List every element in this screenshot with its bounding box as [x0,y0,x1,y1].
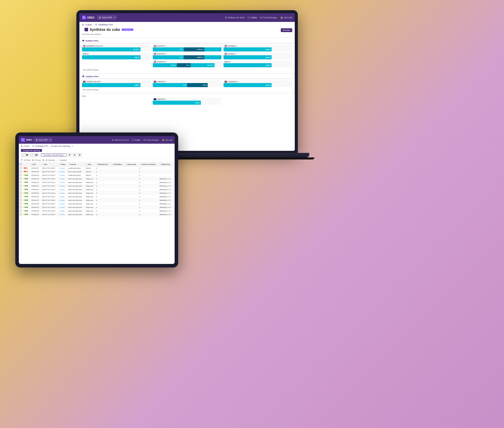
page-select[interactable]: - [21,153,29,157]
table-row[interactable]: › 201843142 2024-07-05 14:50:1 Complet a… [19,181,175,184]
breadcrumb-multiway[interactable]: MultiWay PSP [99,23,113,26]
eurbbo1-text: EURBBO-1 [228,45,237,47]
table-row[interactable]: › 201843127 2024-07-05 14:50:1 Complet a… [19,198,175,202]
row-check[interactable] [19,177,23,181]
tablet-suivi-dropdown[interactable]: 🖥 Suivi PSP ▼ [34,138,52,142]
row-expand[interactable]: › [30,185,31,187]
row-check[interactable] [19,198,23,202]
row-statut: Complet [58,166,67,170]
vues-btn[interactable]: ⊞ Vues [35,159,41,161]
row-icons [23,195,30,198]
tablet-nav: ⊞ Tableau de bord ⬡ Cubes ⚙ Paramètrages… [112,139,173,141]
row-expand[interactable]: › [30,182,31,183]
chevron-btn[interactable]: ▼ [73,153,77,157]
row-check[interactable] [19,173,23,177]
row-check[interactable] [19,181,23,184]
tablet-nav-cubes[interactable]: ⬡ Cubes [132,139,140,141]
tablet-bc-matching[interactable]: Groupes de matching [51,145,70,147]
table-row[interactable]: › 201843126 2024-07-05 14:50:1 Complet a… [19,202,175,206]
page-select2[interactable]: - [30,153,39,157]
row-check[interactable] [19,213,23,216]
row-regle: [MultiWay] n-1 P... [159,188,175,191]
row-expand[interactable]: › [30,196,31,197]
row-expand[interactable]: › [30,175,31,176]
col-ident-man: ↑↓ Ident (Man.) [111,162,125,166]
row-expand[interactable]: › [30,207,31,208]
settings-icon: ⚙ [260,16,262,19]
exporter-btn[interactable]: ↓ Exporter [59,159,67,161]
row-expand[interactable]: › [30,210,31,212]
row-expand[interactable]: › [30,214,31,215]
colonnes-btn[interactable]: ⊞ Colonnes [46,159,55,161]
row-icons [23,181,30,184]
tablet-nav-dashboard[interactable]: ⊞ Tableau de bord [112,139,129,141]
row-id: › 201843142 [30,181,41,184]
row-check[interactable] [19,202,23,206]
usdbo-row1: USDBO-CALIXYS 0,00 $ USDPSP-4 [82,80,292,87]
table-row[interactable]: › 201843141 2024-07-05 14:50:1 Complet a… [19,184,175,188]
tablet-bc-cubes[interactable]: Cubes [24,145,30,147]
tablet-bc-multiway[interactable]: MultiWay PSP [35,145,48,147]
filtres-btn[interactable]: ☰ Filtres [24,159,31,161]
tablet-sub-toolbar: - - Annulation (dematching) 2 ⚙ ▼ ⊞ [19,153,175,158]
row-id: › 201843124 [30,206,41,209]
tablet-monitor-icon: 🖥 [36,139,38,141]
table-row[interactable]: › 201843146 2024-07-05 16:29:1 Complet p… [19,170,175,173]
row-check[interactable] [19,195,23,198]
suivi-dropdown[interactable]: 🖥 Suivi PSP ▼ [97,16,117,20]
row-expand[interactable]: › [30,199,31,201]
row-date: 2024-07-05 14:50:1 [41,198,58,202]
settings-btn[interactable]: ⚙ [67,153,72,157]
table-row[interactable]: › 201843133 2024-07-05 14:50:1 Complet a… [19,209,175,213]
row-check[interactable] [19,184,23,188]
breadcrumb-cubes[interactable]: Cubes [85,23,92,26]
row-regle [159,166,175,170]
liaison-eurpsp1: EURPSP-1 0,0 € 1729,00 € [153,45,221,51]
row-id: › 201843139 [30,191,41,195]
logo-icon [82,16,86,20]
table-row[interactable]: › 201843140 2024-07-05 14:50:1 Complet a… [19,188,175,191]
row-expand[interactable]: › [30,167,31,169]
col-check [19,162,23,166]
groupes-matching-btn[interactable]: Groupes de matching [21,149,42,152]
row-expand[interactable]: › [30,203,31,205]
annulation-btn[interactable]: Annulation (dematching) 2 [41,153,66,157]
row-check[interactable] [19,170,23,173]
row-expand[interactable]: › [30,189,31,190]
table-row[interactable]: › 201843143 2024-07-05 14:50:1 Complet a… [19,177,175,181]
row-ident-man [111,181,125,184]
table-row[interactable]: › 201843132 2024-07-05 14:50:1 Complet a… [19,213,175,216]
table-row[interactable]: › 201843138 2024-07-05 14:50:1 Complet a… [19,195,175,198]
tablet-bc-dropdown[interactable]: ▼ [72,145,74,147]
tablet-toolbar-row: ☰ ☰ Filtres ⊞ ⊞ Vues ⊞ ⊞ Colonnes ↓ ↓ Ex… [19,158,175,162]
row-type: Règle auto [85,213,95,216]
laptop-app-content: ⊞ Cubes › ⊡ MultiWay PSP Synthèse du cub… [79,22,295,151]
table-row[interactable]: › 201843124 2024-07-05 14:50:1 Complet a… [19,206,175,209]
row-check[interactable] [19,166,23,170]
nav-item-cubes[interactable]: ⬡ Cubes [247,16,257,19]
montant-button[interactable]: Montant [281,28,292,32]
row-check[interactable] [19,206,23,209]
nav-item-dashboard[interactable]: ⊞ Tableau de Bord [225,16,245,19]
tablet-nav-param[interactable]: ⚙ Paramètrages [143,139,159,141]
row-expand[interactable]: › [30,178,31,180]
row-expand[interactable]: › [30,192,31,194]
row-check[interactable] [19,209,23,213]
table-row[interactable]: › 201843139 2024-07-05 14:50:1 Complet a… [19,191,175,195]
status-dot-3 [27,178,28,179]
nav-item-parametrages[interactable]: ⚙ Paramétrages [260,16,277,19]
row-ident-man [111,209,125,213]
eurpsp3-text: EURPSP-3 [157,61,166,63]
table-row[interactable]: › 201843147 2024-07-05 10:00:1 Complet c… [19,166,175,170]
table-row[interactable]: › 201843145 2024-07-05 16:28:1 Complet c… [19,173,175,177]
grid-btn[interactable]: ⊞ [78,153,82,157]
row-check[interactable] [19,191,23,195]
nav-label-securite: Sécurité [284,16,292,19]
nav-item-securite[interactable]: 🔒 Sécurité [280,16,292,19]
flag-us-bo [83,81,86,83]
select-all-checkbox[interactable] [20,163,22,165]
tablet-nav-securite[interactable]: 🔒 Sécurité [162,139,173,141]
row-ident-auto [125,213,138,216]
row-check[interactable] [19,188,23,191]
row-expand[interactable]: › [30,171,31,172]
